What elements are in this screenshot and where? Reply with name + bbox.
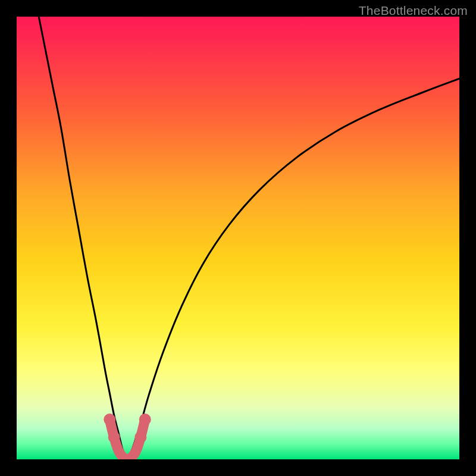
valley-marker-dot <box>104 414 115 425</box>
chart-frame: TheBottleneck.com <box>0 0 476 476</box>
valley-marker-dot <box>134 431 146 443</box>
watermark-text: TheBottleneck.com <box>359 4 468 18</box>
valley-marker-dot <box>139 414 151 425</box>
left-branch-curve <box>39 17 127 459</box>
curve-layer <box>17 17 459 459</box>
valley-marker-dot <box>108 431 120 443</box>
right-branch-curve <box>127 79 459 459</box>
plot-area <box>17 17 459 459</box>
